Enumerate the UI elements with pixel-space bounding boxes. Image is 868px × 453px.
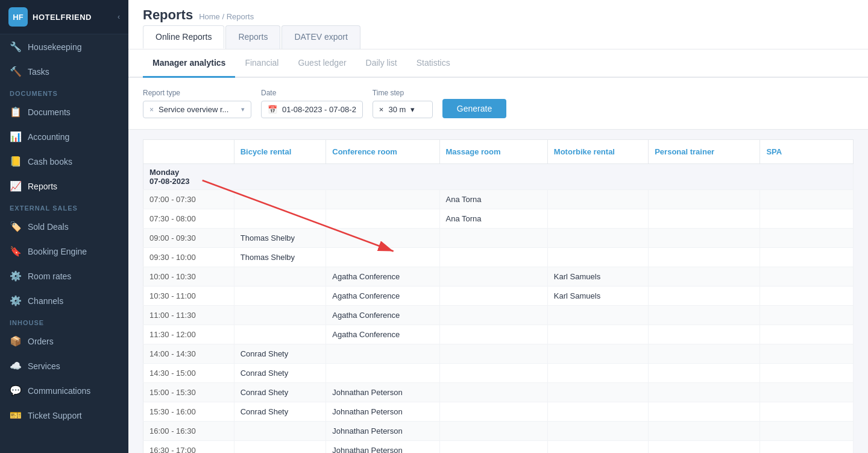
cell-1-5: [760, 209, 854, 229]
cell-9-3: [547, 364, 648, 383]
table-row: 11:30 - 12:00Agatha Conference: [143, 325, 854, 344]
cell-10-3: [547, 383, 648, 402]
sidebar-item-sold-deals[interactable]: 🏷️Sold Deals: [0, 214, 128, 239]
cell-7-1: Agatha Conference: [326, 325, 439, 344]
generate-button[interactable]: Generate: [442, 99, 506, 118]
main-content: Reports Home / Reports Online ReportsRep…: [128, 0, 868, 453]
sub-tab-daily-list[interactable]: Daily list: [356, 49, 407, 78]
sidebar-item-ticket-support[interactable]: 🎫Ticket Support: [0, 403, 128, 428]
time-cell-11: 15:30 - 16:00: [143, 402, 234, 422]
sub-tab-manager-analytics[interactable]: Manager analytics: [143, 49, 235, 78]
date-select[interactable]: 📅 01-08-2023 - 07-08-2: [261, 101, 363, 118]
cell-5-5: [760, 287, 854, 306]
cell-6-4: [649, 306, 760, 325]
col-header-6: SPA: [760, 140, 854, 164]
cell-7-0: [234, 325, 326, 344]
sidebar-label-sold-deals: Sold Deals: [28, 222, 69, 232]
time-cell-7: 11:30 - 12:00: [143, 325, 234, 344]
cell-3-1: [326, 248, 439, 267]
sidebar-item-accounting[interactable]: 📊Accounting: [0, 124, 128, 149]
cell-8-1: [326, 344, 439, 364]
cell-13-1: Johnathan Peterson: [326, 441, 439, 454]
sidebar-collapse-icon[interactable]: ‹: [118, 13, 120, 21]
sidebar-item-tasks[interactable]: 🔨Tasks: [0, 59, 128, 84]
sidebar-item-documents[interactable]: 📋Documents: [0, 100, 128, 124]
table-row: 16:00 - 16:30Johnathan Peterson: [143, 422, 854, 441]
ticket-support-icon: 🎫: [10, 410, 22, 421]
logo-icon: HF: [8, 7, 28, 27]
col-header-0: [143, 140, 234, 164]
cell-4-4: [649, 267, 760, 287]
sidebar-item-reports[interactable]: 📈Reports: [0, 174, 128, 198]
sub-tab-statistics[interactable]: Statistics: [407, 49, 460, 78]
time-cell-2: 09:00 - 09:30: [143, 229, 234, 248]
table-header: Bicycle rentalConference roomMassage roo…: [143, 140, 854, 164]
sidebar-item-cashbooks[interactable]: 📒Cash books: [0, 149, 128, 174]
sidebar-item-room-rates[interactable]: ⚙️Room rates: [0, 264, 128, 288]
cell-7-4: [649, 325, 760, 344]
cashbooks-icon: 📒: [10, 156, 22, 167]
cell-2-4: [649, 229, 760, 248]
cell-13-4: [649, 441, 760, 454]
time-step-clear[interactable]: ×: [379, 105, 384, 114]
tab-reports[interactable]: Reports: [225, 25, 280, 49]
cell-10-4: [649, 383, 760, 402]
col-header-1: Bicycle rental: [234, 140, 326, 164]
report-type-clear[interactable]: ×: [149, 106, 154, 114]
cell-12-5: [760, 422, 854, 441]
cell-10-1: Johnathan Peterson: [326, 383, 439, 402]
sidebar-item-booking-engine[interactable]: 🔖Booking Engine: [0, 239, 128, 264]
sidebar-logo[interactable]: HF HOTELFRIEND ‹: [0, 0, 128, 34]
sidebar-item-housekeeping[interactable]: 🔧Housekeeping: [0, 34, 128, 59]
cell-8-0: Conrad Shety: [234, 344, 326, 364]
sidebar-nav: 🔧Housekeeping🔨TasksDOCUMENTS📋Documents📊A…: [0, 34, 128, 428]
cell-10-0: Conrad Shety: [234, 383, 326, 402]
cell-11-1: Johnathan Peterson: [326, 402, 439, 422]
service-table: Bicycle rentalConference roomMassage roo…: [143, 139, 854, 453]
report-type-select[interactable]: × Service overview r... ▾: [143, 101, 251, 118]
sidebar-label-services: Services: [28, 361, 60, 371]
table-row: 07:30 - 08:00Ana Torna: [143, 209, 854, 229]
cell-12-3: [547, 422, 648, 441]
col-header-2: Conference room: [326, 140, 439, 164]
cell-8-2: [439, 344, 547, 364]
cell-8-5: [760, 344, 854, 364]
cell-3-3: [547, 248, 648, 267]
cell-2-2: [439, 229, 547, 248]
report-type-group: Report type × Service overview r... ▾: [143, 89, 251, 118]
sidebar-label-tasks: Tasks: [28, 67, 49, 77]
sidebar-item-orders[interactable]: 📦Orders: [0, 329, 128, 353]
cell-6-1: Agatha Conference: [326, 306, 439, 325]
sub-tab-financial[interactable]: Financial: [235, 49, 288, 78]
sidebar-item-services[interactable]: ☁️Services: [0, 353, 128, 378]
sidebar-label-channels: Channels: [28, 296, 63, 306]
tab-online-reports[interactable]: Online Reports: [143, 25, 224, 49]
tab-datev-export[interactable]: DATEV export: [281, 25, 360, 49]
table-row: 11:00 - 11:30Agatha Conference: [143, 306, 854, 325]
cell-5-4: [649, 287, 760, 306]
sub-tabs: Manager analyticsFinancialGuest ledgerDa…: [128, 49, 868, 78]
tasks-icon: 🔨: [10, 66, 22, 77]
cell-1-4: [649, 209, 760, 229]
table-row: 14:30 - 15:00Conrad Shety: [143, 364, 854, 383]
time-step-dropdown-icon: ▾: [410, 105, 415, 114]
cell-13-0: [234, 441, 326, 454]
sidebar-item-channels[interactable]: ⚙️Channels: [0, 288, 128, 313]
date-group: Date 📅 01-08-2023 - 07-08-2: [261, 89, 363, 118]
sidebar-item-communications[interactable]: 💬Communications: [0, 378, 128, 403]
cell-6-5: [760, 306, 854, 325]
sidebar-label-ticket-support: Ticket Support: [28, 411, 82, 420]
page-title: Reports: [143, 7, 193, 23]
cell-0-3: [547, 190, 648, 209]
services-icon: ☁️: [10, 360, 22, 372]
cell-11-4: [649, 402, 760, 422]
cell-11-5: [760, 402, 854, 422]
col-header-3: Massage room: [439, 140, 547, 164]
cell-7-2: [439, 325, 547, 344]
time-step-select[interactable]: × 30 m ▾: [373, 101, 433, 118]
accounting-icon: 📊: [10, 131, 22, 142]
cell-9-0: Conrad Shety: [234, 364, 326, 383]
sub-tab-guest-ledger[interactable]: Guest ledger: [288, 49, 356, 78]
cell-1-2: Ana Torna: [439, 209, 547, 229]
cell-5-3: Karl Samuels: [547, 287, 648, 306]
